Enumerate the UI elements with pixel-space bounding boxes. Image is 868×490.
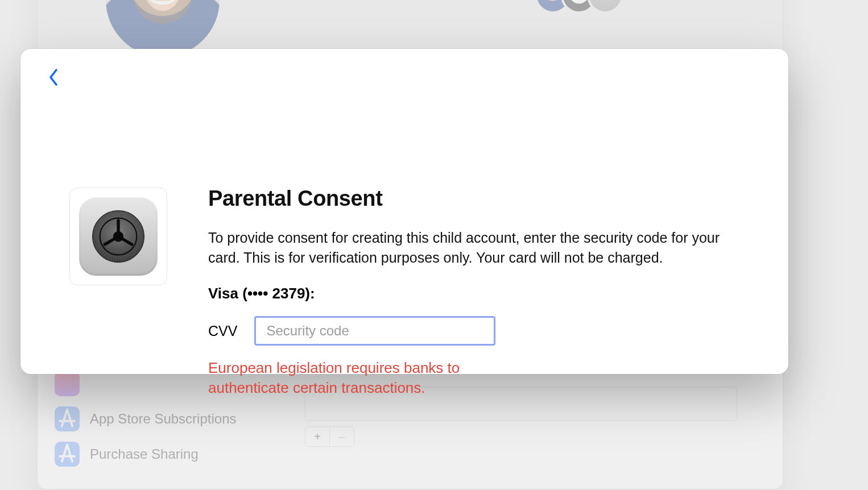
sheet-title: Parental Consent	[208, 186, 754, 211]
settings-app-icon	[69, 188, 167, 285]
back-button[interactable]	[42, 66, 65, 89]
legislation-warning: European legislation requires banks to a…	[208, 358, 504, 398]
svg-point-66	[115, 233, 122, 240]
card-identifier: Visa (•••• 2379):	[208, 285, 754, 302]
sheet-description: To provide consent for creating this chi…	[208, 228, 743, 268]
cvv-label: CVV	[208, 323, 237, 339]
cvv-input[interactable]	[254, 316, 495, 346]
parental-consent-sheet: Parental Consent To provide consent for …	[20, 49, 788, 374]
chevron-left-icon	[48, 69, 59, 86]
gear-icon	[88, 206, 149, 267]
